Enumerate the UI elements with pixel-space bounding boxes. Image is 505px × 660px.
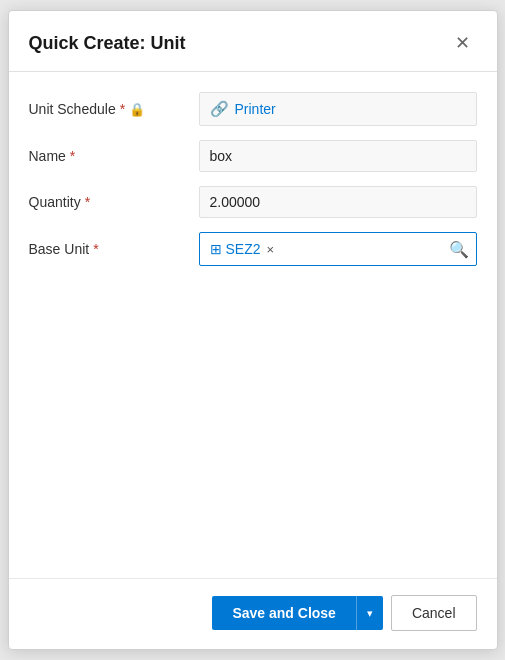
- dialog-header: Quick Create: Unit ✕: [9, 11, 497, 72]
- required-indicator: *: [120, 101, 125, 117]
- quantity-label: Quantity *: [29, 194, 199, 210]
- name-input[interactable]: [199, 140, 477, 172]
- close-icon: ✕: [455, 32, 470, 54]
- unit-schedule-label: Unit Schedule * 🔒: [29, 101, 199, 117]
- base-unit-field: ⊞ SEZ2 × 🔍: [199, 232, 477, 266]
- name-field[interactable]: [199, 140, 477, 172]
- dialog-footer: Save and Close ▾ Cancel: [9, 578, 497, 649]
- base-unit-tag: ⊞ SEZ2 ×: [210, 241, 277, 257]
- quantity-input[interactable]: [199, 186, 477, 218]
- chevron-down-icon: ▾: [367, 607, 373, 620]
- unit-schedule-field: 🔗 Printer: [199, 92, 477, 126]
- base-unit-remove-button[interactable]: ×: [265, 243, 277, 256]
- search-icon: 🔍: [449, 241, 469, 258]
- unit-schedule-value: 🔗 Printer: [199, 92, 477, 126]
- close-button[interactable]: ✕: [449, 29, 477, 57]
- required-indicator: *: [93, 241, 98, 257]
- unit-schedule-row: Unit Schedule * 🔒 🔗 Printer: [29, 92, 477, 126]
- base-unit-tag-text: SEZ2: [226, 241, 261, 257]
- quantity-field[interactable]: [199, 186, 477, 218]
- required-indicator: *: [85, 194, 90, 210]
- base-unit-lookup-wrap: ⊞ SEZ2 × 🔍: [199, 232, 477, 266]
- dialog-title: Quick Create: Unit: [29, 33, 186, 54]
- base-unit-label: Base Unit *: [29, 241, 199, 257]
- required-indicator: *: [70, 148, 75, 164]
- base-unit-lookup[interactable]: ⊞ SEZ2 ×: [199, 232, 477, 266]
- quick-create-dialog: Quick Create: Unit ✕ Unit Schedule * 🔒 🔗…: [8, 10, 498, 650]
- name-row: Name *: [29, 140, 477, 172]
- unit-schedule-link[interactable]: Printer: [235, 101, 276, 117]
- dialog-body: Unit Schedule * 🔒 🔗 Printer Name *: [9, 72, 497, 578]
- base-unit-search-button[interactable]: 🔍: [447, 238, 471, 261]
- name-label: Name *: [29, 148, 199, 164]
- cancel-button[interactable]: Cancel: [391, 595, 477, 631]
- lookup-entity-icon: ⊞: [210, 241, 222, 257]
- save-and-close-button[interactable]: Save and Close: [212, 596, 356, 630]
- save-dropdown-button[interactable]: ▾: [356, 596, 383, 630]
- unit-link-icon: 🔗: [210, 100, 229, 118]
- quantity-row: Quantity *: [29, 186, 477, 218]
- base-unit-row: Base Unit * ⊞ SEZ2 × 🔍: [29, 232, 477, 266]
- lock-icon: 🔒: [129, 102, 145, 117]
- save-button-group: Save and Close ▾: [212, 596, 383, 630]
